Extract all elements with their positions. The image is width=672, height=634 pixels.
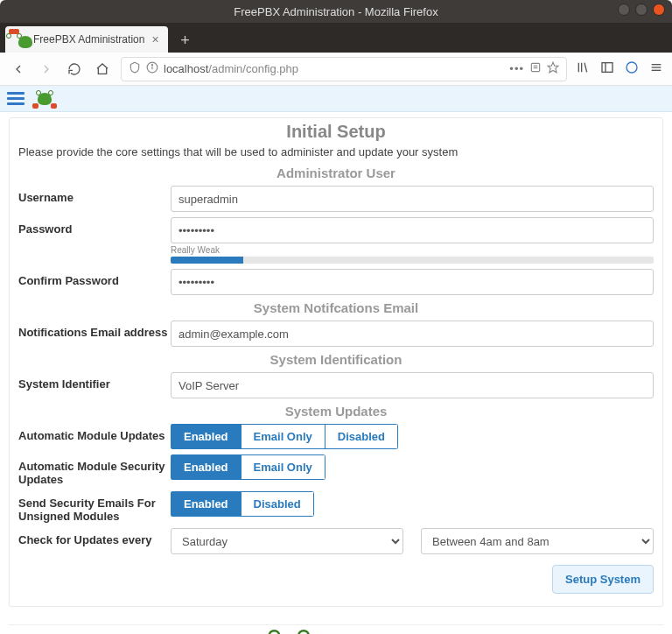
browser-toolbar: localhost/admin/config.php ••• <box>0 53 672 86</box>
maximize-icon[interactable] <box>635 4 648 16</box>
svg-line-9 <box>584 63 587 73</box>
label-auto-module-updates: Automatic Module Updates <box>18 424 171 442</box>
btn-enabled[interactable]: Enabled <box>171 491 242 517</box>
info-icon[interactable] <box>146 61 158 76</box>
btn-email-only[interactable]: Email Only <box>242 424 326 449</box>
notif-email-input[interactable] <box>171 321 654 347</box>
new-tab-button[interactable]: + <box>173 28 198 53</box>
auto-module-sec-updates-group: Enabled Email Only <box>171 454 326 480</box>
row-auto-module-sec-updates: Automatic Module Security Updates Enable… <box>18 454 654 486</box>
back-button[interactable] <box>9 60 28 79</box>
app-bar <box>0 86 672 112</box>
window-controls <box>618 4 665 16</box>
address-bar[interactable]: localhost/admin/config.php ••• <box>121 57 567 81</box>
tab-close-icon[interactable]: × <box>151 32 158 46</box>
send-sec-emails-group: Enabled Disabled <box>171 491 314 517</box>
window-title: FreePBX Administration - Mozilla Firefox <box>234 5 438 18</box>
strength-fill <box>171 257 243 264</box>
freepbx-footer-logo-icon <box>262 630 316 634</box>
svg-rect-10 <box>602 63 612 73</box>
update-day-select[interactable]: Saturday <box>171 528 403 554</box>
page-subtitle: Please provide the core settings that wi… <box>18 145 654 158</box>
btn-disabled[interactable]: Disabled <box>326 424 398 449</box>
app-menu-icon[interactable] <box>7 89 26 109</box>
freepbx-logo-icon[interactable] <box>33 90 56 108</box>
url-text: localhost/admin/config.php <box>164 62 504 75</box>
forward-button[interactable] <box>37 60 56 79</box>
home-button[interactable] <box>93 60 112 79</box>
hamburger-icon[interactable] <box>649 60 663 77</box>
label-system-identifier: System Identifier <box>18 372 171 391</box>
profile-icon[interactable] <box>625 60 639 77</box>
btn-enabled[interactable]: Enabled <box>171 424 242 449</box>
label-auto-module-sec-updates: Automatic Module Security Updates <box>18 454 171 486</box>
password-strength: Really Weak <box>171 245 654 264</box>
row-username: Username <box>18 186 654 212</box>
label-username: Username <box>18 186 171 204</box>
auto-module-updates-group: Enabled Email Only Disabled <box>171 424 398 449</box>
row-send-sec-emails: Send Security Emails For Unsigned Module… <box>18 491 654 523</box>
row-notif-email: Notifications Email address <box>18 321 654 347</box>
strength-label: Really Weak <box>171 245 654 255</box>
btn-disabled[interactable]: Disabled <box>242 491 314 517</box>
setup-system-button[interactable]: Setup System <box>552 565 654 594</box>
tab-strip: FreePBX Administration × + <box>0 23 672 53</box>
label-password: Password <box>18 217 171 236</box>
section-admin-user: Administrator User <box>18 166 654 180</box>
section-sys-ident: System Identification <box>18 352 654 367</box>
tab-label: FreePBX Administration <box>33 33 144 46</box>
sidebar-icon[interactable] <box>600 60 614 77</box>
update-window-select[interactable]: Between 4am and 8am <box>421 528 654 554</box>
row-confirm-password: Confirm Password <box>18 269 654 295</box>
username-input[interactable] <box>171 186 654 212</box>
close-icon[interactable] <box>653 4 665 16</box>
system-identifier-input[interactable] <box>171 372 654 398</box>
favicon-icon <box>14 33 26 46</box>
page-content: Initial Setup Please provide the core se… <box>0 112 672 634</box>
section-notif-email: System Notifcations Email <box>18 300 654 315</box>
row-password: Password Really Weak <box>18 217 654 264</box>
library-icon[interactable] <box>576 60 590 77</box>
label-check-updates: Check for Updates every <box>18 528 171 546</box>
svg-marker-6 <box>548 62 558 73</box>
setup-card: Initial Setup Please provide the core se… <box>9 117 663 607</box>
reader-icon[interactable] <box>529 61 542 76</box>
brand-footer: FreePBX let freedom ring™ <box>9 624 663 634</box>
btn-email-only[interactable]: Email Only <box>242 454 326 480</box>
confirm-password-input[interactable] <box>171 269 654 295</box>
svg-point-2 <box>151 65 152 66</box>
page-title: Initial Setup <box>18 122 654 142</box>
reload-button[interactable] <box>65 60 84 79</box>
row-system-identifier: System Identifier <box>18 372 654 398</box>
password-input[interactable] <box>171 217 654 243</box>
section-sys-updates: System Updates <box>18 404 654 419</box>
btn-enabled[interactable]: Enabled <box>171 454 242 480</box>
window-titlebar: FreePBX Administration - Mozilla Firefox <box>0 0 672 23</box>
toolbar-right <box>576 60 663 77</box>
label-send-sec-emails: Send Security Emails For Unsigned Module… <box>18 491 171 523</box>
row-check-updates: Check for Updates every Saturday Between… <box>18 528 654 554</box>
label-confirm-password: Confirm Password <box>18 269 171 287</box>
page-actions-icon[interactable]: ••• <box>509 62 524 75</box>
browser-tab[interactable]: FreePBX Administration × <box>5 26 168 53</box>
label-notif-email: Notifications Email address <box>18 321 171 339</box>
minimize-icon[interactable] <box>618 4 630 16</box>
row-auto-module-updates: Automatic Module Updates Enabled Email O… <box>18 424 654 449</box>
shield-icon <box>129 61 141 76</box>
svg-point-12 <box>626 62 637 73</box>
bookmark-icon[interactable] <box>547 61 559 76</box>
